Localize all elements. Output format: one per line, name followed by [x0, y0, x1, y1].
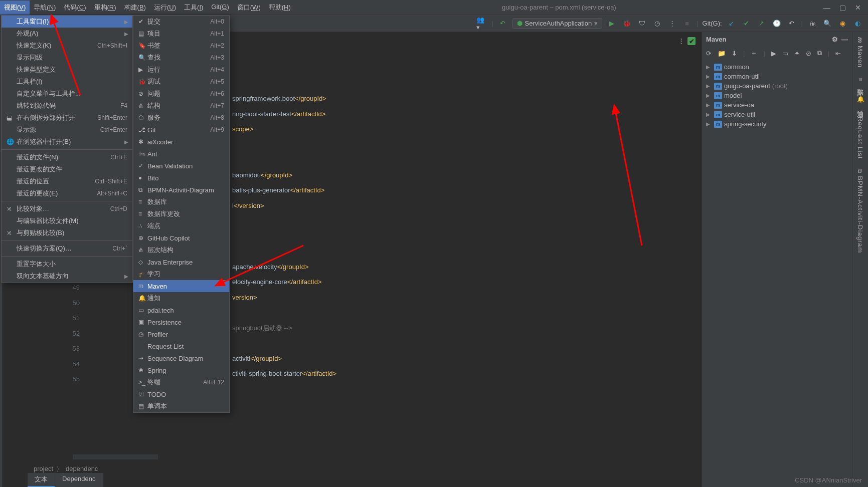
menu-item[interactable]: 🐞调试Alt+5	[133, 76, 229, 88]
toggle-offline-icon[interactable]: ✦	[794, 50, 800, 57]
menu-item[interactable]: ⋔结构Alt+7	[133, 100, 229, 112]
debug-icon[interactable]: 🐞	[621, 18, 632, 29]
run-maven-icon[interactable]: ▶	[771, 50, 776, 57]
menu-item[interactable]: ⊘问题Alt+6	[133, 88, 229, 100]
menu-item[interactable]: Git(G)	[207, 1, 233, 15]
coverage-icon[interactable]: 🛡	[636, 18, 647, 29]
menu-item[interactable]: ❀Spring	[133, 364, 229, 376]
menu-item[interactable]: 快速定义(K)Ctrl+Shift+I	[2, 40, 132, 52]
stop-icon[interactable]: ■	[681, 18, 692, 29]
run-config-dropdown[interactable]: ⬢ ServiceAuthApplication ▾	[512, 18, 603, 29]
menu-item[interactable]: 构建(B)	[120, 1, 150, 15]
menu-item[interactable]: 双向文本基础方向▶	[2, 270, 132, 282]
menu-item[interactable]: 窗口(W)	[233, 1, 265, 15]
menu-item[interactable]: 🎓学习	[133, 268, 229, 280]
menu-item[interactable]: 显示源Ctrl+Enter	[2, 124, 132, 136]
update-icon[interactable]: ↙	[726, 18, 737, 29]
right-tab-notification[interactable]: 🔔 通知	[856, 95, 865, 106]
revert-icon[interactable]: ↶	[786, 18, 797, 29]
download-icon[interactable]: ⬇	[732, 50, 737, 57]
minimize-icon[interactable]: —	[823, 4, 830, 12]
menu-item[interactable]: ●Bito	[133, 172, 229, 184]
maven-module[interactable]: ▶mspring-security	[702, 119, 852, 129]
menu-item[interactable]: 工具栏(I)	[2, 76, 132, 88]
menu-item[interactable]: 最近更改的文件	[2, 163, 132, 175]
menu-item[interactable]: 🐜Ant	[133, 148, 229, 160]
menu-item[interactable]: ☑TODO	[133, 388, 229, 400]
menu-item[interactable]: ⤮与剪贴板比较(B)	[2, 227, 132, 239]
collapse-icon[interactable]: ⇤	[835, 50, 841, 57]
menu-item[interactable]: ⎇GitAlt+9	[133, 124, 229, 136]
run-icon[interactable]: ▶	[606, 18, 617, 29]
code-content[interactable]: springframework.boot</groupId>ring-boot-…	[232, 91, 336, 382]
push-icon[interactable]: ↗	[756, 18, 767, 29]
maven-module[interactable]: ▶mservice-oa	[702, 100, 852, 110]
menu-item[interactable]: >_终端Alt+F12	[133, 376, 229, 388]
right-tab-bpmn[interactable]: ⧉ BPMN-Activiti-Diagram	[856, 169, 864, 253]
menu-item[interactable]: 快速切换方案(Q)…Ctrl+`	[2, 242, 132, 255]
menu-item[interactable]: 重置字体大小	[2, 258, 132, 270]
menu-item[interactable]: 自定义菜单与工具栏...	[2, 88, 132, 100]
menu-item[interactable]: ▶运行Alt+4	[133, 64, 229, 76]
right-tab-maven[interactable]: m Maven	[856, 37, 864, 68]
dots-icon[interactable]: ⋮	[666, 18, 677, 29]
gear-icon[interactable]: ⚙	[832, 36, 838, 43]
menu-item[interactable]: 最近的位置Ctrl+Shift+E	[2, 175, 132, 187]
menu-item[interactable]: mMaven	[133, 280, 229, 292]
translate-icon[interactable]: 🗛	[807, 18, 818, 29]
menu-item[interactable]: 外观(A)▶	[2, 28, 132, 40]
execute-icon[interactable]: ▭	[782, 50, 788, 57]
menu-item[interactable]: 显示同级	[2, 52, 132, 64]
menu-item[interactable]: ◷Profiler	[133, 328, 229, 340]
add-icon[interactable]: ＋	[751, 49, 757, 58]
h-scrollbar[interactable]	[73, 454, 158, 459]
show-deps-icon[interactable]: ⧉	[817, 49, 822, 57]
menu-item[interactable]: 跳转到源代码F4	[2, 100, 132, 112]
menu-item[interactable]: 工具(I)	[180, 1, 207, 15]
menu-item[interactable]: 最近的文件(N)Ctrl+E	[2, 151, 132, 163]
menu-item[interactable]: ▤单词本	[133, 400, 229, 412]
menu-item[interactable]: 运行(U)	[150, 1, 180, 15]
menu-item[interactable]: ▤项目Alt+1	[133, 28, 229, 40]
menu-item[interactable]: ✱aiXcoder	[133, 136, 229, 148]
menu-item[interactable]: 🌐在浏览器中打开(B)▶	[2, 136, 132, 148]
maven-module[interactable]: ▶mservice-util	[702, 110, 852, 119]
maximize-icon[interactable]: ▢	[839, 4, 846, 12]
menu-item[interactable]: 🔍查找Alt+3	[133, 52, 229, 64]
menu-item[interactable]: ⬓在右侧拆分部分打开Shift+Enter	[2, 112, 132, 124]
menu-item[interactable]: 导航(N)	[30, 1, 60, 15]
menu-item[interactable]: ◇Java Enterprise	[133, 256, 229, 268]
menu-item[interactable]: 工具窗口(I)▶	[2, 16, 132, 28]
avatar-icon[interactable]: ◐	[852, 18, 863, 29]
generate-icon[interactable]: 📁	[718, 50, 726, 57]
menu-item[interactable]: Request List	[133, 340, 229, 352]
users-icon[interactable]: 👥▾	[476, 18, 487, 29]
right-tab-database[interactable]: ≡ 数据库	[856, 78, 865, 85]
back-arrow-icon[interactable]: ↶	[497, 18, 508, 29]
menu-item[interactable]: ⋔层次结构	[133, 244, 229, 256]
menu-item[interactable]: 快速类型定义	[2, 64, 132, 76]
menu-item[interactable]: ≡数据库	[133, 196, 229, 208]
close-icon[interactable]: ✕	[855, 4, 861, 12]
menu-item[interactable]: ✔提交Alt+0	[133, 16, 229, 28]
hide-icon[interactable]: —	[841, 36, 848, 43]
menu-item[interactable]: 代码(C)	[60, 1, 90, 15]
skip-tests-icon[interactable]: ⊘	[806, 50, 811, 57]
reload-icon[interactable]: ⟳	[706, 50, 712, 57]
menu-item[interactable]: 与编辑器比较文件(M)	[2, 215, 132, 227]
menu-item[interactable]: 视图(V)	[0, 1, 30, 15]
menu-item[interactable]: ⤮比较对象…Ctrl+D	[2, 203, 132, 215]
right-tab-requestlist[interactable]: Request List	[856, 117, 864, 159]
menu-item[interactable]: ⧉BPMN-Activiti-Diagram	[133, 184, 229, 196]
maven-module[interactable]: ▶mcommon	[702, 62, 852, 72]
menu-item[interactable]: 重构(R)	[90, 1, 120, 15]
menu-item[interactable]: 最近的更改(E)Alt+Shift+C	[2, 187, 132, 199]
menu-item[interactable]: 🔔通知	[133, 292, 229, 304]
menu-item[interactable]: 🔖书签Alt+2	[133, 40, 229, 52]
search-icon[interactable]: 🔍	[822, 18, 833, 29]
menu-item[interactable]: ▭pdai.tech	[133, 304, 229, 316]
maven-tree[interactable]: ▶mcommon▶mcommon-util▶mguigu-oa-parent (…	[702, 60, 852, 487]
tab-dependencies[interactable]: Dependenc	[55, 473, 103, 487]
menu-item[interactable]: 帮助(H)	[265, 1, 295, 15]
maven-module[interactable]: ▶mguigu-oa-parent (root)	[702, 81, 852, 91]
